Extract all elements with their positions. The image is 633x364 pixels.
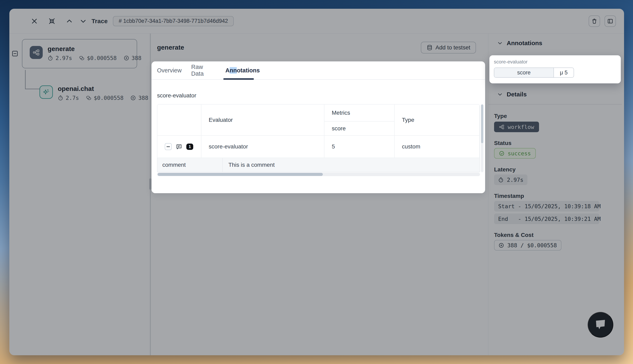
trace-id-chip: # 1cbb70e7-34a1-7bb7-3498-771b7d46d942	[113, 16, 234, 26]
horizontal-scrollbar[interactable]	[157, 173, 480, 176]
table-row-actions: 1	[158, 136, 201, 158]
span-title: generate	[157, 44, 184, 51]
tokens-cost-badge: 388 / $0.000558	[494, 240, 562, 250]
tree-collapse-toggle[interactable]	[12, 51, 18, 56]
node-stats: 2.7s $0.000558 388	[58, 95, 148, 101]
timer-icon	[58, 95, 63, 101]
trash-icon	[591, 18, 598, 24]
comment-subrow: comment This is a comment	[157, 158, 480, 172]
comment-key: comment	[158, 158, 223, 172]
sparkles-icon	[40, 86, 53, 99]
details-section-header[interactable]: Details	[497, 91, 526, 98]
coins-icon	[86, 95, 91, 101]
comment-value: This is a comment	[223, 158, 480, 172]
tree-connector	[25, 70, 26, 89]
coins-icon	[79, 55, 84, 61]
trace-title: Trace	[92, 18, 108, 24]
latency-badge: 2.97s	[494, 174, 528, 185]
check-circle-icon	[499, 151, 504, 156]
toggle-side-panel-button[interactable]	[604, 16, 616, 27]
type-label: Type	[494, 113, 507, 119]
tokens-icon	[498, 242, 504, 248]
panel-layout-icon	[607, 18, 613, 24]
tokens-icon	[124, 55, 129, 61]
next-trace-button[interactable]	[78, 16, 89, 27]
span-detail-main: generate Add to testset Overview Raw Dat…	[151, 34, 488, 355]
section-divider	[488, 104, 622, 104]
scrollbar-thumb[interactable]	[481, 104, 483, 143]
header-cell-metric-name: score	[324, 122, 394, 136]
chevron-down-icon	[497, 92, 502, 97]
metric-segmented-control: score μ 5	[494, 68, 574, 78]
status-badge: success	[494, 148, 536, 158]
add-to-testset-button[interactable]: Add to testset	[421, 42, 476, 54]
annotation-count-badge[interactable]: 1	[186, 144, 193, 150]
collapse-row-button[interactable]	[165, 143, 172, 150]
node-title: generate	[48, 45, 75, 53]
text-selection: nn	[230, 67, 237, 74]
trace-tree-sidebar: generate 2.97s $0.000558 388 openai.chat	[9, 34, 150, 355]
annotations-table: Evaluator Metrics score Type 1 score-eva…	[157, 104, 480, 158]
annotations-section-header[interactable]: Annotations	[497, 40, 542, 46]
header-cell-metrics: Metrics	[324, 104, 394, 122]
chevron-down-icon	[497, 40, 502, 46]
tree-node-openai-chat[interactable]: openai.chat 2.7s $0.000558 388	[40, 86, 145, 116]
chat-bubble-icon	[593, 318, 608, 332]
comment-icon[interactable]	[176, 143, 182, 150]
compress-icon	[48, 18, 55, 24]
header-cell-empty	[158, 104, 201, 136]
timestamp-start-badge: Start - 15/05/2025, 10:39:18 AM	[494, 201, 600, 212]
prev-trace-button[interactable]	[64, 16, 75, 27]
scrollbar-thumb[interactable]	[158, 173, 323, 176]
cell-evaluator: score-evaluator	[201, 136, 324, 158]
tab-bar: Overview Raw Data Annotations	[152, 62, 485, 80]
trace-topbar: Trace # 1cbb70e7-34a1-7bb7-3498-771b7d46…	[9, 9, 624, 34]
chat-support-button[interactable]	[588, 312, 613, 338]
workflow-icon	[499, 124, 504, 130]
close-drawer-button[interactable]	[29, 16, 40, 27]
tokens-cost-label: Tokens & Cost	[494, 232, 534, 238]
timestamp-label: Timestamp	[494, 193, 524, 199]
tab-overview[interactable]: Overview	[157, 67, 181, 74]
tree-connector	[25, 89, 40, 89]
popover-evaluator-label: score-evaluator	[494, 59, 616, 65]
database-icon	[426, 44, 433, 51]
header-cell-type: Type	[394, 104, 480, 136]
node-stats: 2.97s $0.000558 388	[48, 55, 141, 61]
latency-label: Latency	[494, 166, 516, 173]
vertical-scrollbar[interactable]	[481, 104, 484, 172]
timestamp-end-badge: End - 15/05/2025, 10:39:21 AM	[494, 214, 600, 224]
metric-aggregate-segment[interactable]: μ 5	[554, 68, 574, 77]
workflow-icon	[30, 46, 43, 59]
timer-icon	[498, 177, 504, 182]
collapse-drawer-button[interactable]	[46, 16, 57, 27]
tab-annotations[interactable]: Annotations	[225, 67, 250, 74]
annotations-tab-panel: Overview Raw Data Annotations score-eval…	[152, 62, 485, 193]
chevron-down-icon	[80, 18, 87, 24]
metric-name-segment[interactable]: score	[494, 68, 554, 77]
close-icon	[31, 18, 38, 24]
tokens-icon	[130, 95, 136, 101]
tab-raw-data[interactable]: Raw Data	[191, 64, 215, 77]
cell-type: custom	[394, 136, 480, 158]
chevron-up-icon	[66, 18, 73, 24]
timer-icon	[48, 55, 53, 61]
type-badge: workflow	[494, 122, 539, 132]
header-cell-evaluator: Evaluator	[201, 104, 324, 136]
delete-trace-button[interactable]	[589, 16, 600, 27]
annotation-popover: score-evaluator score μ 5	[490, 55, 621, 83]
evaluator-heading: score-evaluator	[157, 92, 196, 99]
tree-node-generate[interactable]: generate 2.97s $0.000558 388	[22, 39, 137, 68]
cell-score: 5	[324, 136, 394, 158]
node-title: openai.chat	[58, 85, 94, 92]
active-tab-underline	[223, 78, 254, 80]
status-label: Status	[494, 140, 512, 146]
